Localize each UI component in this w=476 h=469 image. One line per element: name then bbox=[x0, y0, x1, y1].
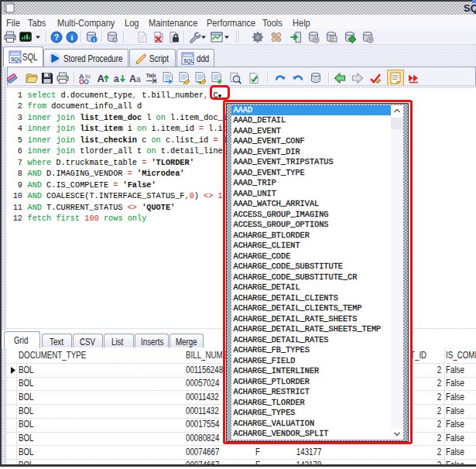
svg-text:A: A bbox=[129, 74, 136, 84]
svg-text:bc: bc bbox=[85, 73, 91, 80]
svg-text:Tab: Tab bbox=[146, 72, 156, 79]
svg-text:A: A bbox=[98, 73, 105, 84]
svg-text:a: a bbox=[114, 74, 119, 84]
svg-text:i: i bbox=[71, 33, 74, 42]
svg-text:?: ? bbox=[54, 33, 59, 42]
svg-text:SQL: SQL bbox=[183, 58, 193, 64]
svg-text:SQL: SQL bbox=[11, 56, 21, 63]
svg-text:a: a bbox=[136, 75, 141, 84]
svg-text:i: i bbox=[94, 37, 95, 43]
